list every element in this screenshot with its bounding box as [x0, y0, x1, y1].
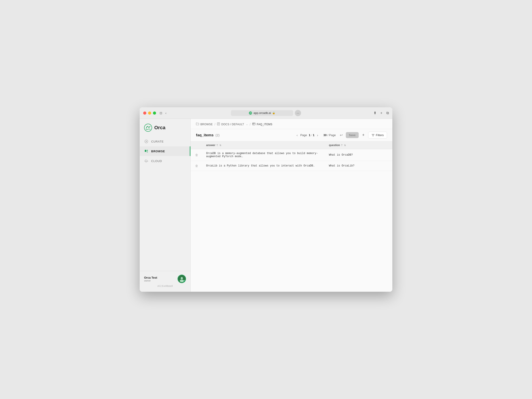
avatar[interactable]: [177, 275, 186, 283]
doc-icon: [217, 122, 220, 126]
sidebar: Orca CURATE: [140, 119, 191, 292]
table-icon: [252, 123, 255, 126]
breadcrumb-dropdown-icon: ⌄: [246, 123, 248, 126]
pagination: ‹ Page 1 / 1 › 30 / Page: [296, 133, 336, 138]
svg-point-9: [181, 277, 183, 279]
titlebar: ⊡ ‹ app.orcadb.ai 🔒 ··· ⬆ + ⧉: [140, 107, 392, 119]
table-count: (2): [215, 133, 219, 137]
sidebar-item-browse[interactable]: BROWSE: [140, 146, 190, 156]
table-row: 🗑 OrcaDB is a memory-augmented database …: [191, 149, 392, 161]
share-icon[interactable]: ⬆: [374, 111, 376, 115]
table-name: faq_items: [196, 133, 214, 137]
table-title: faq_items (2): [196, 133, 219, 137]
svg-marker-3: [146, 141, 147, 142]
breadcrumb-docs[interactable]: DOCS / DEFAULT ⌄: [217, 122, 248, 126]
svg-rect-5: [147, 150, 148, 151]
filters-label: Filters: [376, 133, 384, 137]
delete-row-1-button[interactable]: 🗑: [194, 153, 199, 157]
lock-icon: 🔒: [272, 112, 275, 114]
url-bar-container: app.orcadb.ai 🔒 ···: [231, 110, 301, 116]
breadcrumb-faq-text: FAQ_ITEMS: [257, 123, 272, 126]
back-icon[interactable]: ‹: [165, 111, 166, 115]
svg-rect-4: [145, 150, 146, 152]
table-row: 🗑 OrcaLib is a Python library that allow…: [191, 161, 392, 171]
delete-row-2-button[interactable]: 🗑: [194, 164, 199, 168]
svg-point-1: [144, 124, 152, 132]
minimize-button[interactable]: [148, 112, 151, 115]
breadcrumb-sep-1: /: [215, 123, 215, 126]
breadcrumb-docs-text: DOCS / DEFAULT: [221, 123, 244, 126]
question-type: T: [341, 144, 342, 146]
main-content: BROWSE / DOCS / DEFAULT ⌄ /: [191, 119, 392, 292]
user-role: owner: [144, 279, 157, 282]
toolbar-actions: ↩ Save + Filters: [338, 132, 387, 139]
new-tab-icon[interactable]: +: [380, 111, 382, 115]
col-header-answer[interactable]: answer T ⇅: [203, 141, 325, 149]
cloud-icon: [144, 159, 149, 163]
per-page: 30 / Page: [323, 133, 336, 137]
answer-type: T: [216, 144, 218, 146]
close-button[interactable]: [143, 112, 146, 115]
answer-sort-icon[interactable]: ⇅: [219, 144, 221, 146]
sidebar-item-browse-label: BROWSE: [151, 150, 165, 153]
breadcrumb-browse[interactable]: BROWSE: [196, 123, 213, 126]
orca-logo-icon: [144, 124, 152, 132]
question-cell-1[interactable]: What is OrcaDB?: [325, 149, 392, 161]
window-controls: ⊡ ‹: [160, 111, 166, 115]
question-cell-2[interactable]: What is OrcaLib?: [325, 161, 392, 171]
windows-icon[interactable]: ⧉: [386, 111, 389, 115]
svg-point-0: [249, 112, 252, 115]
sidebar-toggle-icon[interactable]: ⊡: [160, 111, 162, 115]
more-options-button[interactable]: ···: [295, 110, 301, 116]
table-header-row: answer T ⇅ question T ⇅: [191, 141, 392, 149]
sidebar-item-cloud-label: CLOUD: [151, 159, 162, 163]
url-text: app.orcadb.ai: [253, 111, 271, 115]
answer-cell-2[interactable]: OrcaLib is a Python library that allows …: [203, 161, 325, 171]
sidebar-footer: Orca Test owner v0: [140, 271, 190, 292]
app-body: Orca CURATE: [140, 119, 392, 292]
table-body: 🗑 OrcaDB is a memory-augmented database …: [191, 149, 392, 171]
breadcrumb-sep-2: /: [250, 123, 250, 126]
add-row-button[interactable]: +: [361, 132, 367, 138]
page-label: Page: [300, 133, 307, 137]
delete-cell-2: 🗑: [191, 161, 203, 171]
breadcrumb-browse-text: BROWSE: [200, 123, 213, 126]
table: answer T ⇅ question T ⇅: [191, 141, 392, 171]
col-header-question[interactable]: question T ⇅: [325, 141, 392, 149]
user-name: Orca Test: [144, 276, 157, 279]
breadcrumb-faq: FAQ_ITEMS: [252, 123, 272, 126]
delete-cell-1: 🗑: [191, 149, 203, 161]
col-header-delete: [191, 141, 203, 149]
filter-icon: [372, 134, 375, 137]
svg-rect-15: [253, 123, 255, 125]
filters-button[interactable]: Filters: [368, 132, 387, 139]
toolbar: faq_items (2) ‹ Page 1 / 1 › 30 / Page: [191, 129, 392, 141]
sidebar-item-curate[interactable]: CURATE: [140, 137, 190, 146]
nav-items: CURATE BROWSE: [140, 136, 190, 271]
user-text: Orca Test owner: [144, 276, 157, 282]
traffic-lights: [143, 112, 156, 115]
svg-rect-6: [147, 151, 148, 152]
titlebar-right-controls: ⬆ + ⧉: [374, 111, 389, 115]
data-table: answer T ⇅ question T ⇅: [191, 141, 392, 292]
undo-button[interactable]: ↩: [338, 132, 344, 139]
answer-cell-1[interactable]: OrcaDB is a memory-augmented database th…: [203, 149, 325, 161]
question-sort-icon[interactable]: ⇅: [344, 144, 346, 146]
version-text: v0.2.8-e48eee8: [144, 283, 186, 288]
next-page-button[interactable]: ›: [316, 133, 319, 138]
maximize-button[interactable]: [153, 112, 156, 115]
sidebar-item-curate-label: CURATE: [151, 140, 164, 143]
app-window: ⊡ ‹ app.orcadb.ai 🔒 ··· ⬆ + ⧉: [140, 107, 392, 292]
prev-page-button[interactable]: ‹: [296, 133, 298, 138]
sidebar-item-cloud[interactable]: CLOUD: [140, 156, 190, 166]
user-info: Orca Test owner: [144, 275, 186, 283]
logo-area: Orca: [140, 119, 190, 136]
logo-text: Orca: [154, 125, 165, 131]
page-current: 1 / 1: [309, 133, 314, 137]
browse-icon: [144, 149, 149, 153]
url-bar[interactable]: app.orcadb.ai 🔒: [231, 110, 293, 116]
breadcrumb: BROWSE / DOCS / DEFAULT ⌄ /: [191, 119, 392, 129]
avatar-badge: [183, 280, 186, 283]
curate-icon: [144, 139, 149, 144]
save-button[interactable]: Save: [346, 132, 359, 138]
